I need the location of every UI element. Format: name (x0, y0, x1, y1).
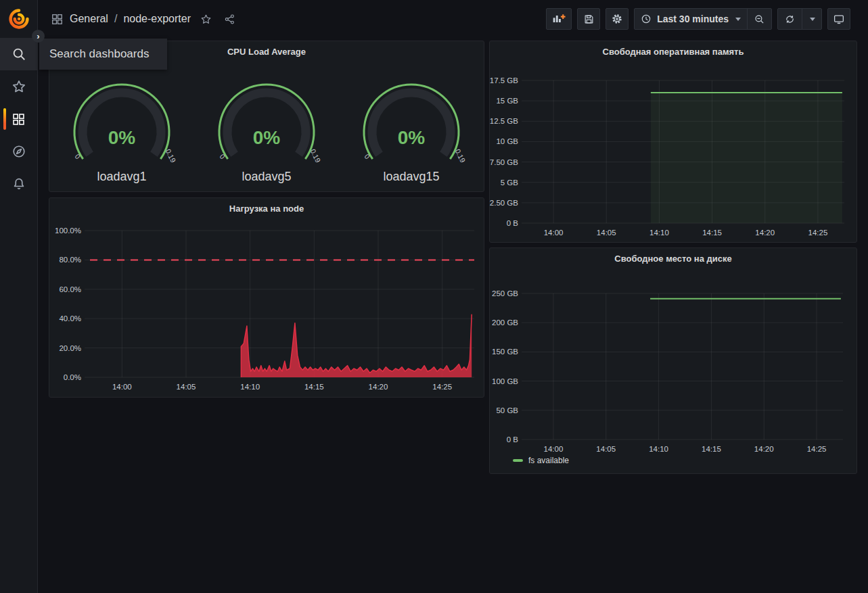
sidebar (0, 0, 38, 593)
svg-text:5 GB: 5 GB (501, 179, 519, 187)
svg-text:14:00: 14:00 (544, 229, 564, 237)
free-disk-chart[interactable]: 0 B50 GB100 GB150 GB200 GB250 GB14:0014:… (490, 248, 858, 475)
sidebar-item-search[interactable] (0, 38, 37, 70)
svg-text:0%: 0% (108, 127, 136, 148)
svg-text:100.0%: 100.0% (55, 227, 81, 235)
sidebar-item-dashboards[interactable] (0, 103, 37, 135)
breadcrumb-separator: / (114, 13, 117, 25)
sidebar-expand-button[interactable]: › (32, 30, 45, 43)
time-range-label: Last 30 minutes (657, 14, 729, 24)
add-panel-button[interactable] (546, 8, 572, 30)
share-icon[interactable] (224, 14, 235, 25)
free-memory-chart[interactable]: 0 B2.50 GB5 GB7.50 GB10 GB12.5 GB15 GB17… (490, 41, 858, 243)
svg-text:10 GB: 10 GB (496, 137, 518, 145)
svg-text:0.19: 0.19 (309, 147, 323, 164)
svg-text:0 B: 0 B (507, 435, 519, 444)
grafana-logo-icon (8, 8, 30, 30)
refresh-interval-dropdown[interactable] (802, 9, 821, 29)
cycle-view-mode-button[interactable] (827, 8, 850, 30)
breadcrumb-section[interactable]: General (70, 13, 108, 25)
svg-text:0%: 0% (398, 127, 426, 148)
node-load-chart[interactable]: 0.0%20.0%40.0%60.0%80.0%100.0%14:0014:05… (49, 198, 485, 398)
chart-legend[interactable]: fs available (513, 456, 569, 465)
sidebar-item-starred[interactable] (0, 70, 37, 103)
svg-text:14:00: 14:00 (544, 445, 564, 453)
svg-text:200 GB: 200 GB (492, 318, 518, 327)
refresh-icon (784, 14, 796, 25)
favorite-star-icon[interactable] (200, 14, 212, 25)
apps-grid-icon (51, 13, 64, 26)
svg-text:14:25: 14:25 (808, 229, 828, 237)
svg-text:100 GB: 100 GB (492, 377, 518, 385)
star-icon (12, 79, 26, 94)
time-picker-group: Last 30 minutes (634, 8, 772, 30)
svg-text:15 GB: 15 GB (496, 97, 518, 105)
svg-text:0 B: 0 B (507, 219, 519, 227)
dashboard-settings-button[interactable] (606, 8, 629, 30)
gauge-row: 0%00.19loadavg10%00.19loadavg50%00.19loa… (49, 72, 484, 184)
breadcrumb-page[interactable]: node-exporter (123, 13, 191, 25)
svg-text:0.19: 0.19 (454, 147, 467, 164)
zoom-out-icon (754, 14, 765, 25)
svg-text:14:15: 14:15 (702, 229, 722, 237)
legend-label: fs available (528, 456, 569, 465)
dashboards-grid-icon (12, 112, 26, 126)
svg-text:14:05: 14:05 (177, 383, 196, 391)
search-dashboards-tooltip: Search dashboards (39, 39, 167, 70)
tv-monitor-icon (833, 13, 845, 25)
svg-text:14:25: 14:25 (432, 383, 452, 391)
search-icon (12, 47, 26, 62)
svg-text:250 GB: 250 GB (492, 289, 518, 298)
svg-text:14:20: 14:20 (369, 383, 388, 391)
panel-free-disk: Свободное место на диске 0 B50 GB100 GB1… (489, 247, 857, 474)
svg-text:80.0%: 80.0% (59, 256, 81, 264)
svg-text:7.50 GB: 7.50 GB (490, 158, 518, 166)
sidebar-item-explore[interactable] (0, 135, 37, 168)
gear-icon (611, 13, 623, 25)
svg-text:0.0%: 0.0% (64, 373, 81, 381)
save-icon (583, 14, 595, 25)
svg-text:50 GB: 50 GB (496, 406, 518, 414)
gauge-label: loadavg5 (242, 170, 291, 184)
clock-icon (641, 14, 652, 24)
refresh-group (777, 8, 822, 30)
gauge-loadavg5: 0%00.19loadavg5 (199, 72, 334, 184)
svg-text:14:10: 14:10 (649, 229, 669, 237)
svg-text:0%: 0% (253, 127, 281, 148)
sidebar-item-alerting[interactable] (0, 168, 37, 200)
dashboard-toolbar: Last 30 minutes (546, 8, 850, 30)
chevron-down-icon (810, 18, 815, 21)
save-dashboard-button[interactable] (577, 8, 600, 30)
svg-text:14:10: 14:10 (240, 383, 260, 391)
svg-text:14:20: 14:20 (755, 229, 775, 237)
active-indicator-bar (3, 108, 6, 130)
svg-text:14:05: 14:05 (596, 445, 616, 453)
gauge-loadavg15: 0%00.19loadavg15 (344, 72, 479, 184)
refresh-button[interactable] (778, 9, 802, 29)
gauge-label: loadavg1 (97, 170, 146, 184)
chevron-down-icon (735, 18, 741, 21)
panel-node-load: Нагрузка на node 0.0%20.0%40.0%60.0%80.0… (49, 197, 484, 398)
grafana-dashboard: › Search dashboards General / node-expor… (0, 0, 868, 593)
grafana-logo[interactable] (0, 0, 37, 38)
svg-text:60.0%: 60.0% (59, 285, 81, 293)
panel-free-memory: Свободная оперативная память 0 B2.50 GB5… (489, 41, 857, 243)
gauge-loadavg1: 0%00.19loadavg1 (54, 72, 189, 184)
svg-text:150 GB: 150 GB (492, 348, 518, 356)
time-range-picker[interactable]: Last 30 minutes (635, 9, 747, 29)
compass-explore-icon (12, 144, 26, 159)
gauge-arc: 0%00.19 (209, 72, 324, 168)
legend-color-swatch (513, 459, 523, 462)
svg-text:14:20: 14:20 (754, 445, 774, 453)
bell-alerting-icon (12, 176, 26, 191)
svg-text:40.0%: 40.0% (59, 314, 81, 323)
svg-text:14:10: 14:10 (649, 445, 668, 453)
svg-text:14:25: 14:25 (807, 445, 827, 453)
add-panel-icon (551, 12, 566, 26)
zoom-out-button[interactable] (747, 9, 771, 29)
svg-text:2.50 GB: 2.50 GB (490, 199, 518, 207)
breadcrumb: General / node-exporter (51, 13, 235, 26)
svg-text:14:15: 14:15 (304, 383, 324, 391)
svg-text:14:00: 14:00 (112, 383, 132, 391)
svg-text:20.0%: 20.0% (59, 344, 81, 352)
